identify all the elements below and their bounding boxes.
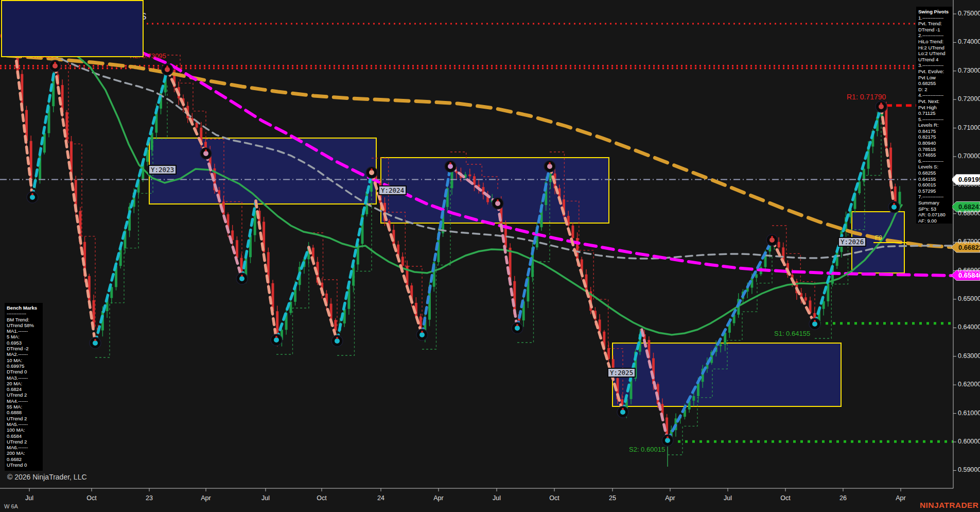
y-axis-label: 0.67000 bbox=[958, 238, 980, 245]
swing-pivots-line: 5.------------- bbox=[918, 116, 950, 123]
y-axis-label: 0.74000 bbox=[958, 38, 980, 45]
swing-pivots-line: 0.71125 bbox=[918, 110, 950, 116]
chart-title-box bbox=[1, 0, 144, 57]
benchmarks-line: 0.6824 bbox=[7, 386, 41, 392]
x-axis-label: Jul bbox=[25, 494, 33, 502]
price-chart-canvas[interactable]: F0R3: 0.73180R2: 0.73095R1: 0.71790S1: 0… bbox=[0, 0, 980, 512]
swing-pivots-line: 0.68255 bbox=[918, 80, 950, 87]
y-axis-label: 0.62000 bbox=[958, 381, 980, 388]
year-boxes-layer bbox=[149, 138, 904, 406]
y-axis-label: 0.59000 bbox=[958, 466, 980, 473]
swing-pivots-line: Pvt High bbox=[918, 105, 950, 111]
y-axis-label: 0.65000 bbox=[958, 295, 980, 302]
benchmarks-line: 0.69975 bbox=[7, 363, 41, 369]
x-axis-label: Apr bbox=[433, 494, 443, 502]
y-axis-label: 0.73000 bbox=[958, 67, 980, 74]
benchmarks-line: MA2.------ bbox=[7, 351, 41, 357]
year-label[interactable]: Y:2023 bbox=[148, 165, 177, 175]
year-label[interactable]: Y:2024 bbox=[378, 185, 407, 195]
benchmarks-line: MA5.------ bbox=[7, 421, 41, 427]
swing-pivots-line: 2.------------- bbox=[918, 32, 950, 39]
x-axis-label: Apr bbox=[665, 494, 675, 502]
x-axis-label: 23 bbox=[146, 494, 153, 502]
price-annotation: S2: 0.60015 bbox=[629, 446, 665, 453]
x-axis-label: Apr bbox=[896, 494, 905, 502]
year-label[interactable]: Y:2025 bbox=[607, 368, 636, 378]
benchmarks-line: DTrend -2 bbox=[7, 346, 41, 351]
benchmarks-line: 55 MA: bbox=[7, 404, 41, 409]
benchmarks-line: MA6.------ bbox=[7, 445, 41, 450]
swing-pivots-line: Pvt. Trend: bbox=[918, 21, 950, 27]
benchmarks-line: UTrend 2 bbox=[7, 392, 41, 398]
x-axis-label: 26 bbox=[839, 494, 847, 502]
price-annotation: R1: 0.71790 bbox=[847, 93, 886, 101]
f0-label: F0 bbox=[875, 234, 882, 242]
benchmarks-line: 200 MA: bbox=[7, 450, 41, 456]
swing-pivots-line: Levels R: bbox=[918, 122, 950, 128]
benchmarks-line: 20 MA: bbox=[7, 381, 41, 386]
benchmarks-line: 100 MA: bbox=[7, 427, 41, 433]
benchmarks-line: DTrend 0 bbox=[7, 369, 41, 374]
benchmarks-line: Bench Marks bbox=[7, 305, 41, 311]
y-axis-label: 0.66000 bbox=[958, 267, 980, 274]
year-box[interactable] bbox=[381, 158, 609, 223]
swing-pivots-line: 6.------------- bbox=[918, 158, 950, 164]
swing-pivots-line: HiLo Trend: bbox=[918, 39, 950, 45]
y-axis-label: 0.63000 bbox=[958, 352, 980, 360]
swing-level-lines-layer bbox=[668, 106, 953, 467]
x-axis-label: Oct bbox=[317, 494, 326, 502]
year-label[interactable]: Y:2026 bbox=[838, 237, 866, 247]
x-axis-label: Oct bbox=[86, 494, 96, 502]
swing-pivots-line: 1.------------- bbox=[918, 15, 950, 21]
instrument-tag: W 6A bbox=[4, 503, 18, 509]
x-axis-label: 24 bbox=[377, 494, 384, 502]
x-axis-label: Jul bbox=[261, 494, 270, 502]
x-axis-label: Jul bbox=[493, 494, 501, 502]
swing-pivots-line: 0.60015 bbox=[918, 182, 950, 188]
swing-pivots-line: AF: 9.00 bbox=[918, 218, 950, 224]
benchmarks-line: BM Trend: bbox=[7, 317, 41, 322]
swing-pivots-line: 0.57295 bbox=[918, 188, 950, 194]
y-axis-label: 0.72000 bbox=[958, 95, 980, 103]
benchmarks-line: 0.6888 bbox=[7, 409, 41, 415]
benchmarks-line: UTrend 2 bbox=[7, 439, 41, 445]
y-axis-label: 0.71000 bbox=[958, 124, 980, 131]
swing-pivots-line: 0.64155 bbox=[918, 176, 950, 182]
swing-pivots-line: 4.------------- bbox=[918, 92, 950, 98]
swing-pivots-panel: Swing Pivots1.-------------Pvt. Trend:DT… bbox=[916, 7, 952, 224]
benchmarks-line: UTrend 58% bbox=[7, 322, 41, 328]
benchmarks-line: 5 MA: bbox=[7, 334, 41, 339]
swing-pivots-line: 0.74655 bbox=[918, 152, 950, 158]
benchmarks-line: 0.6953 bbox=[7, 340, 41, 346]
swing-pivots-line: DTrend -1 bbox=[918, 27, 950, 33]
swing-pivots-line: Lo:2 UTrend bbox=[918, 50, 950, 57]
benchmarks-line: 0.6584 bbox=[7, 433, 41, 439]
y-axis-label: 0.61000 bbox=[958, 409, 980, 417]
swing-pivots-line: Pvt Low bbox=[918, 75, 950, 81]
x-axis-label: Oct bbox=[780, 494, 790, 502]
x-axis-label: Apr bbox=[201, 494, 211, 502]
swing-pivots-line: SP's: 53 bbox=[918, 206, 950, 212]
swing-pivots-line: Levels S: bbox=[918, 164, 950, 170]
x-axis-label: Jul bbox=[724, 494, 732, 502]
axes-layer bbox=[0, 0, 956, 491]
x-axis-label: Oct bbox=[549, 494, 559, 502]
swing-pivots-line: 0.82175 bbox=[918, 134, 950, 140]
copyright-text: © 2026 NinjaTrader, LLC bbox=[7, 473, 87, 481]
swing-pivots-line: 0.80940 bbox=[918, 140, 950, 146]
swing-pivots-line: 0.78515 bbox=[918, 146, 950, 152]
benchmarks-line: ------------ bbox=[7, 311, 41, 316]
swing-pivots-line: D: 2 bbox=[918, 87, 950, 93]
y-axis-label: 0.70000 bbox=[958, 152, 980, 160]
benchmarks-panel: Bench Marks------------BM Trend:UTrend 5… bbox=[5, 303, 43, 471]
swing-pivots-line: AR: 0.07180 bbox=[918, 212, 950, 218]
y-axis-label: 0.69000 bbox=[958, 181, 980, 188]
swing-pivots-line: Pvt. Next: bbox=[918, 98, 950, 105]
benchmarks-line: 10 MA: bbox=[7, 357, 41, 363]
y-axis-label: 0.68000 bbox=[958, 210, 980, 217]
benchmarks-line: MA4.------ bbox=[7, 398, 41, 404]
swing-pivots-line: UTrend 4 bbox=[918, 57, 950, 63]
year-box[interactable] bbox=[149, 138, 376, 204]
benchmarks-line: UTrend 0 bbox=[7, 462, 41, 468]
swing-pivots-line: Swing Pivots bbox=[918, 9, 950, 15]
